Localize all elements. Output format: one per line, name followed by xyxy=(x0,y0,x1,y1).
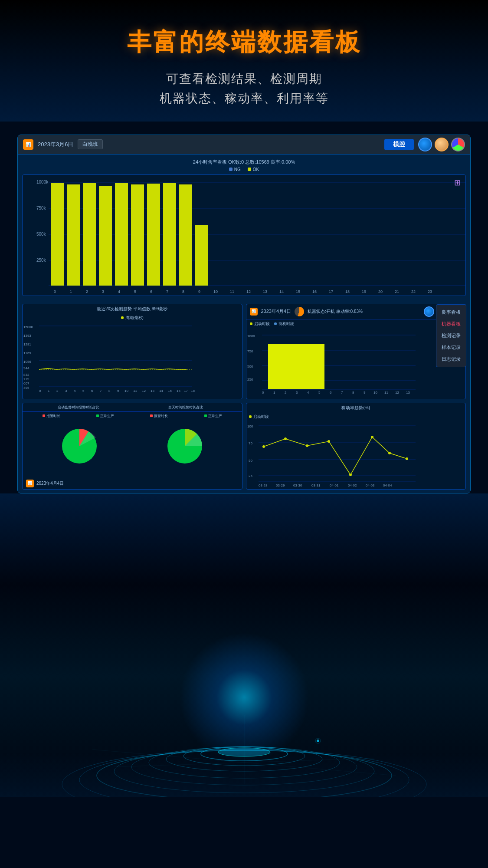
pie-panel-date-bar: 📊 2023年4月4日 xyxy=(26,480,64,487)
svg-text:11: 11 xyxy=(133,389,137,393)
pie-panel-date: 2023年4月4日 xyxy=(36,480,64,487)
top-section: 丰富的终端数据看板 可查看检测结果、检测周期 机器状态、稼动率、利用率等 xyxy=(0,0,488,122)
svg-text:1056: 1056 xyxy=(23,360,31,364)
mini-pie-icon xyxy=(295,307,304,316)
svg-text:17: 17 xyxy=(184,389,188,393)
side-menu-item-detection[interactable]: 检测记录 xyxy=(436,330,466,342)
main-title: 丰富的终端数据看板 xyxy=(17,26,471,59)
subtitle-line1: 可查看检测结果、检测周期 xyxy=(166,72,322,85)
svg-text:16: 16 xyxy=(312,289,317,294)
legend-ng: NG xyxy=(229,167,241,172)
machine-status-text: 机器状态:开机 稼动率:0.83% xyxy=(308,309,363,315)
svg-text:7: 7 xyxy=(100,389,102,393)
svg-point-114 xyxy=(328,440,330,443)
svg-rect-9 xyxy=(51,183,64,286)
svg-text:8: 8 xyxy=(352,391,354,395)
pie-chart-icon[interactable] xyxy=(451,138,465,151)
svg-text:5: 5 xyxy=(82,389,85,393)
grid-layout-icon[interactable]: ⊞ xyxy=(454,178,461,187)
svg-rect-17 xyxy=(179,184,192,286)
svg-text:8: 8 xyxy=(182,289,184,294)
svg-text:719: 719 xyxy=(23,377,29,381)
svg-text:11: 11 xyxy=(384,391,388,395)
svg-text:13: 13 xyxy=(406,391,410,395)
side-menu-item-sample[interactable]: 样本记录 xyxy=(436,342,466,353)
side-menu: 良率看板 机器看板 检测记录 样本记录 日志记录 xyxy=(436,304,466,367)
svg-text:1: 1 xyxy=(48,389,50,393)
svg-text:21: 21 xyxy=(395,289,399,294)
machine-panel-date: 2023年4月4日 xyxy=(261,308,291,315)
svg-text:03-31: 03-31 xyxy=(311,483,321,487)
pie-title2: 全天时间报警时长占比 xyxy=(132,405,239,410)
machine-panel-topbar: 📊 2023年4月4日 机器状态:开机 稼动率:0.83% xyxy=(246,304,466,319)
svg-text:5: 5 xyxy=(318,391,321,395)
svg-text:8: 8 xyxy=(108,389,111,393)
user-avatar-icon[interactable] xyxy=(435,138,449,151)
machine-panel: 📊 2023年4月4日 机器状态:开机 稼动率:0.83% ⊞ 启动时段 待机时… xyxy=(246,304,466,399)
svg-rect-14 xyxy=(131,184,144,286)
trend-line-bottom-chart: 100 75 50 25 xyxy=(246,421,466,488)
main-chart-legend: NG OK xyxy=(22,167,466,172)
svg-text:9: 9 xyxy=(198,289,200,294)
svg-text:3: 3 xyxy=(102,289,104,294)
svg-point-115 xyxy=(349,473,352,476)
globe-icon[interactable] xyxy=(418,138,432,151)
machine-globe-icon[interactable] xyxy=(424,306,434,317)
pie-panel-logo: 📊 xyxy=(26,480,34,487)
trend-bottom-legend: 启动时段 xyxy=(246,413,466,421)
svg-text:1: 1 xyxy=(273,391,275,395)
side-menu-item-machine[interactable]: 机器看板 xyxy=(436,318,466,330)
svg-text:1169: 1169 xyxy=(23,351,31,355)
second-row: 最近20次检测趋势 平均值数:999毫秒 周期(毫秒) 1500k 1393 1… xyxy=(18,300,470,403)
svg-text:1000: 1000 xyxy=(247,334,255,338)
svg-text:250k: 250k xyxy=(36,258,46,263)
svg-text:25: 25 xyxy=(249,474,252,478)
svg-text:0: 0 xyxy=(54,289,56,294)
svg-text:4: 4 xyxy=(118,289,120,294)
svg-text:495: 495 xyxy=(23,386,29,390)
svg-text:2: 2 xyxy=(285,391,287,395)
svg-text:0: 0 xyxy=(262,391,264,395)
side-menu-item-log[interactable]: 日志记录 xyxy=(436,353,466,365)
svg-text:22: 22 xyxy=(411,289,416,294)
svg-text:1000k: 1000k xyxy=(36,180,49,184)
pie-legend3: 报警时长 xyxy=(154,414,168,418)
svg-point-118 xyxy=(406,457,408,460)
svg-text:03-30: 03-30 xyxy=(293,483,302,487)
svg-point-117 xyxy=(388,452,391,454)
trend-panel-title: 最近20次检测趋势 平均值数:999毫秒 xyxy=(23,304,242,314)
svg-text:17: 17 xyxy=(329,289,333,294)
svg-point-113 xyxy=(306,444,308,447)
svg-text:7: 7 xyxy=(341,391,343,395)
svg-text:20: 20 xyxy=(378,289,383,294)
svg-text:12: 12 xyxy=(246,289,251,294)
side-menu-item-yield[interactable]: 良率看板 xyxy=(436,306,466,318)
dash-icons xyxy=(418,138,465,151)
main-chart-title: 24小时含率看板 OK数:0 总数:10569 良率:0.00% xyxy=(22,159,466,165)
svg-text:50: 50 xyxy=(249,459,252,463)
svg-text:944: 944 xyxy=(23,366,29,370)
trend-bottom-legend-label: 启动时段 xyxy=(253,414,269,420)
svg-text:6: 6 xyxy=(330,391,332,395)
svg-text:10: 10 xyxy=(213,289,218,294)
main-bar-chart: 1000k 750k 500k 250k xyxy=(22,174,466,296)
svg-text:750: 750 xyxy=(247,349,253,353)
svg-text:04-02: 04-02 xyxy=(348,483,357,487)
bottom-section xyxy=(0,493,488,797)
svg-text:14: 14 xyxy=(159,389,163,393)
third-row: 启动监督时间报警时长占比 全天时间报警时长占比 报警时长 正常生产 报警时长 xyxy=(18,403,470,493)
svg-text:10: 10 xyxy=(373,391,377,395)
machine-legend1: 启动时段 xyxy=(254,321,270,327)
svg-text:11: 11 xyxy=(230,289,234,294)
pie-legend2: 正常生产 xyxy=(100,414,114,418)
svg-text:10: 10 xyxy=(124,389,128,393)
machine-bar-chart: 1000 750 500 250 0 1 2 3 4 5 6 xyxy=(246,329,466,396)
svg-rect-85 xyxy=(268,344,324,389)
svg-text:03-29: 03-29 xyxy=(276,483,285,487)
svg-text:9: 9 xyxy=(117,389,119,393)
svg-rect-16 xyxy=(163,183,176,286)
svg-text:1: 1 xyxy=(70,289,72,294)
svg-text:13: 13 xyxy=(151,389,154,393)
hologram-container xyxy=(0,493,488,797)
svg-text:4: 4 xyxy=(74,389,76,393)
